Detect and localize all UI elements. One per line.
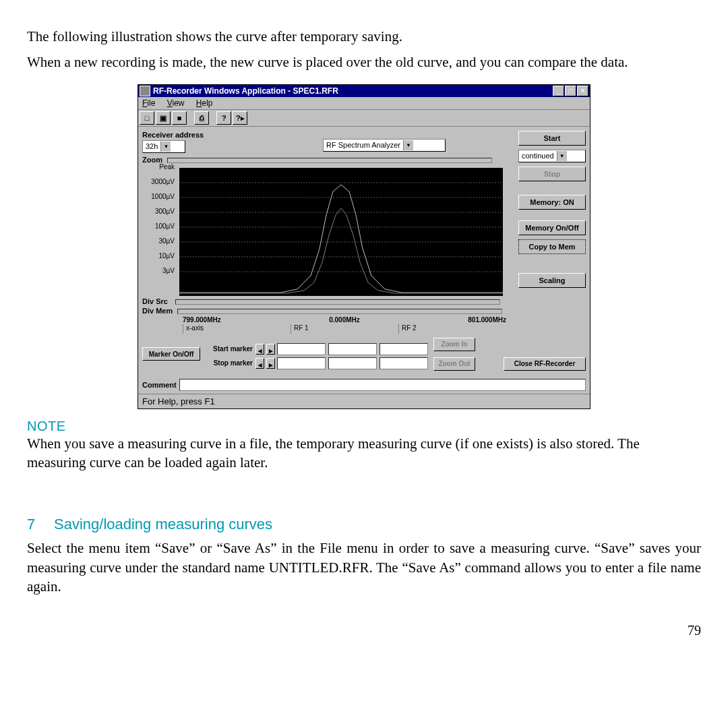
div-mem-bar [177,309,502,314]
app-icon [140,86,150,96]
stop-marker-field-2[interactable] [328,357,377,369]
zoom-in-button[interactable]: Zoom In [433,338,475,351]
page-number: 79 [27,623,701,638]
chevron-down-icon[interactable]: ▼ [403,140,413,150]
chevron-down-icon[interactable]: ▼ [557,151,567,161]
menu-view[interactable]: View [167,98,185,108]
comment-label: Comment [142,381,177,389]
chevron-down-icon[interactable]: ▼ [160,142,171,152]
title-bar: RF-Recorder Windows Application - SPEC1.… [138,85,590,97]
section-7-heading: 7Saving/loading measuring curves [27,516,701,533]
zoom-label: Zoom [142,156,162,164]
right-button-column: Start continued ▼ Stop Memory: ON Memory… [518,131,586,292]
axis-sub-labels: x-axis RF 1 RF 2 [183,324,506,334]
analyzer-combo[interactable]: RF Spectrum Analyzer ▼ [323,139,446,152]
x-axis-labels: 799.000MHz 0.000MHz 801.000MHz [183,316,506,324]
start-marker-right-icon[interactable]: ▸ [266,344,275,355]
analyzer-value: RF Spectrum Analyzer [324,141,403,149]
app-window: RF-Recorder Windows Application - SPEC1.… [138,84,590,409]
zoom-bar[interactable] [167,158,492,163]
intro-paragraph-1: The following illustration shows the cur… [27,27,701,46]
div-src-label: Div Src [142,297,168,305]
maximize-button[interactable]: □ [565,86,576,96]
help-icon[interactable]: ? [216,111,231,125]
spectrum-chart [179,168,503,296]
save-icon[interactable]: ■ [172,111,187,125]
context-help-icon[interactable]: ?▸ [233,111,247,125]
start-marker-left-icon[interactable]: ◂ [255,344,264,355]
close-button[interactable]: × [577,86,588,96]
memory-status-button[interactable]: Memory: ON [518,195,586,210]
div-src-bar [175,299,500,305]
receiver-address-combo[interactable]: 32h ▼ [142,140,185,153]
start-marker-field-1[interactable] [277,343,326,355]
mode-combo[interactable]: continued ▼ [518,150,586,162]
menu-file[interactable]: File [142,98,155,108]
open-icon[interactable]: ▣ [156,111,171,125]
status-bar: For Help, press F1 [138,394,590,408]
stop-marker-label: Stop marker [206,359,253,367]
mode-combo-value: continued [519,152,557,160]
copy-to-mem-button[interactable]: Copy to Mem [518,239,586,254]
comment-field[interactable] [179,379,586,391]
client-area: Start continued ▼ Stop Memory: ON Memory… [138,126,590,394]
note-text: When you save a measuring curve in a fil… [27,434,701,473]
stop-marker-field-3[interactable] [380,357,428,369]
start-marker-field-3[interactable] [380,343,428,355]
stop-marker-left-icon[interactable]: ◂ [255,358,264,369]
receiver-address-value: 32h [143,142,160,150]
zoom-out-button[interactable]: Zoom Out [433,357,475,371]
window-title: RF-Recorder Windows Application - SPEC1.… [153,86,552,96]
start-marker-field-2[interactable] [328,343,377,355]
close-recorder-button[interactable]: Close RF-Recorder [504,357,586,371]
print-icon[interactable]: ⎙ [194,111,209,125]
menu-bar: File View Help [138,97,590,109]
intro-paragraph-2: When a new recording is made, the new cu… [27,53,701,71]
menu-help[interactable]: Help [196,98,213,108]
marker-onoff-button[interactable]: Marker On/Off [142,347,200,361]
section-7-body: Select the menu item “Save” or “Save As”… [27,539,701,596]
toolbar: □ ▣ ■ ⎙ ? ?▸ [138,109,590,126]
start-button[interactable]: Start [518,131,586,146]
minimize-button[interactable]: _ [553,86,564,96]
div-mem-label: Div Mem [142,307,173,315]
receiver-address-label: Receiver address [142,131,204,139]
note-label: NOTE [27,419,701,434]
new-icon[interactable]: □ [140,111,154,125]
stop-marker-right-icon[interactable]: ▸ [266,358,275,369]
stop-marker-field-1[interactable] [277,357,326,369]
start-marker-label: Start marker [206,345,253,353]
scaling-button[interactable]: Scaling [518,273,586,288]
memory-toggle-button[interactable]: Memory On/Off [518,220,586,235]
stop-button[interactable]: Stop [518,166,586,181]
y-axis-labels: Peak 3000µV 1000µV 300µV 100µV 30µV 10µV… [142,164,175,282]
